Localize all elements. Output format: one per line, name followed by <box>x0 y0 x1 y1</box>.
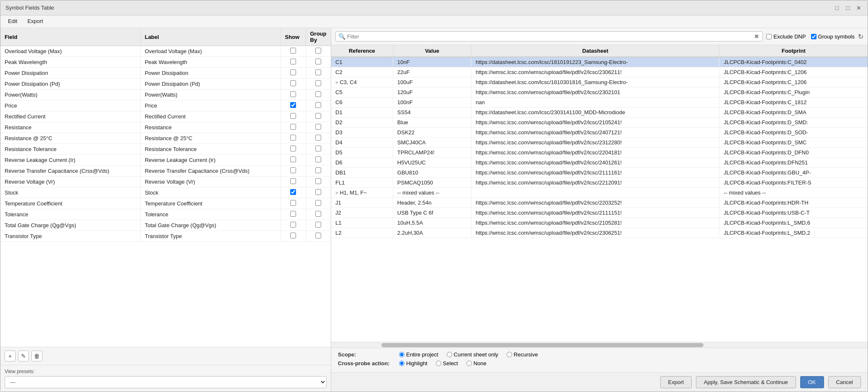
data-row[interactable]: L110uH,5.5Ahttps://wmsc.lcsc.com/wmsc/up… <box>331 218 868 228</box>
crossprobe-highlight[interactable]: Highlight <box>399 360 428 366</box>
data-row[interactable]: D6H5VU25UChttps://wmsc.lcsc.com/wmsc/upl… <box>331 158 868 168</box>
show-checkbox[interactable] <box>290 146 296 151</box>
menu-export[interactable]: Export <box>23 17 47 26</box>
show-checkbox[interactable] <box>290 69 296 75</box>
scope-current-sheet[interactable]: Current sheet only <box>447 351 498 358</box>
edit-field-button[interactable]: ✎ <box>18 351 29 361</box>
show-cell[interactable] <box>281 198 306 209</box>
exclude-dnp-wrap[interactable]: Exclude DNP <box>766 33 806 40</box>
show-checkbox[interactable] <box>290 211 296 217</box>
group-by-cell[interactable] <box>306 68 331 79</box>
show-checkbox[interactable] <box>290 222 296 228</box>
group-by-cell[interactable] <box>306 177 331 187</box>
data-row[interactable]: C222uFhttps://wmsc.lcsc.com/wmsc/upload/… <box>331 67 868 77</box>
show-checkbox[interactable] <box>290 91 296 97</box>
show-checkbox[interactable] <box>290 102 296 108</box>
show-cell[interactable] <box>281 100 306 111</box>
show-cell[interactable] <box>281 79 306 90</box>
group-expand-icon[interactable]: > <box>335 80 338 85</box>
group-by-checkbox[interactable] <box>315 59 321 64</box>
maximize-button[interactable]: □ <box>844 4 852 12</box>
show-checkbox[interactable] <box>290 189 296 195</box>
group-by-checkbox[interactable] <box>315 222 321 228</box>
show-checkbox[interactable] <box>290 156 296 162</box>
group-by-checkbox[interactable] <box>315 178 321 184</box>
group-by-cell[interactable] <box>306 198 331 209</box>
scope-current-sheet-radio[interactable] <box>447 352 452 357</box>
exclude-dnp-checkbox[interactable] <box>766 34 772 39</box>
group-by-checkbox[interactable] <box>315 91 321 97</box>
filter-clear-button[interactable]: ✖ <box>753 33 760 40</box>
group-by-cell[interactable] <box>306 187 331 198</box>
group-by-checkbox[interactable] <box>315 189 321 195</box>
group-by-cell[interactable] <box>306 90 331 100</box>
group-by-checkbox[interactable] <box>315 233 321 238</box>
group-by-cell[interactable] <box>306 46 331 57</box>
scope-entire-project-radio[interactable] <box>399 352 404 357</box>
show-checkbox[interactable] <box>290 167 296 173</box>
delete-field-button[interactable]: 🗑 <box>31 351 42 361</box>
show-cell[interactable] <box>281 90 306 100</box>
export-button[interactable]: Export <box>660 376 692 388</box>
crossprobe-select-radio[interactable] <box>436 361 441 366</box>
show-checkbox[interactable] <box>290 124 296 130</box>
group-by-cell[interactable] <box>306 220 331 231</box>
show-cell[interactable] <box>281 220 306 231</box>
show-checkbox[interactable] <box>290 80 296 86</box>
group-by-checkbox[interactable] <box>315 80 321 86</box>
scope-recursive[interactable]: Recursive <box>507 351 538 358</box>
presets-select[interactable]: --- <box>5 376 327 388</box>
group-by-checkbox[interactable] <box>315 167 321 173</box>
show-checkbox[interactable] <box>290 135 296 141</box>
show-cell[interactable] <box>281 209 306 220</box>
show-cell[interactable] <box>281 133 306 144</box>
group-by-checkbox[interactable] <box>315 200 321 206</box>
crossprobe-highlight-radio[interactable] <box>399 361 404 366</box>
group-by-cell[interactable] <box>306 100 331 111</box>
group-by-cell[interactable] <box>306 111 331 122</box>
group-by-cell[interactable] <box>306 122 331 133</box>
group-by-checkbox[interactable] <box>315 211 321 217</box>
horizontal-scrollbar[interactable] <box>331 342 868 348</box>
show-cell[interactable] <box>281 166 306 177</box>
show-cell[interactable] <box>281 68 306 79</box>
data-row[interactable]: D4SMCJ40CAhttps://wmsc.lcsc.com/wmsc/upl… <box>331 138 868 148</box>
scope-entire-project[interactable]: Entire project <box>399 351 438 358</box>
group-by-checkbox[interactable] <box>315 135 321 141</box>
data-row[interactable]: DB1GBU810https://wmsc.lcsc.com/wmsc/uplo… <box>331 168 868 178</box>
group-by-checkbox[interactable] <box>315 113 321 119</box>
close-button[interactable]: ✕ <box>855 4 863 12</box>
data-row[interactable]: J1Header, 2.54nhttps://wmsc.lcsc.com/wms… <box>331 198 868 208</box>
data-row[interactable]: J2USB Type C 6fhttps://wmsc.lcsc.com/wms… <box>331 208 868 218</box>
show-checkbox[interactable] <box>290 59 296 64</box>
data-row[interactable]: D1SS54https://datasheet.lcsc.com/lcsc/23… <box>331 108 868 118</box>
data-row[interactable]: > C3, C4100uFhttps://datasheet.lcsc.com/… <box>331 77 868 87</box>
data-row[interactable]: C5120uFhttps://wmsc.lcsc.com/wmsc/upload… <box>331 87 868 97</box>
crossprobe-select[interactable]: Select <box>436 360 458 366</box>
show-checkbox[interactable] <box>290 113 296 119</box>
group-by-cell[interactable] <box>306 209 331 220</box>
show-cell[interactable] <box>281 155 306 166</box>
group-by-checkbox[interactable] <box>315 156 321 162</box>
show-checkbox[interactable] <box>290 48 296 54</box>
show-checkbox[interactable] <box>290 178 296 184</box>
show-cell[interactable] <box>281 57 306 68</box>
group-expand-icon[interactable]: > <box>335 190 338 195</box>
group-by-cell[interactable] <box>306 231 331 242</box>
group-symbols-checkbox[interactable] <box>811 34 816 39</box>
group-by-cell[interactable] <box>306 79 331 90</box>
minimize-button[interactable]: □ <box>833 4 841 12</box>
data-row[interactable]: FL1PSMCAQ1050https://wmsc.lcsc.com/wmsc/… <box>331 178 868 188</box>
group-by-cell[interactable] <box>306 166 331 177</box>
apply-save-button[interactable]: Apply, Save Schematic & Continue <box>696 376 796 388</box>
show-cell[interactable] <box>281 177 306 187</box>
group-by-checkbox[interactable] <box>315 102 321 108</box>
show-cell[interactable] <box>281 111 306 122</box>
show-cell[interactable] <box>281 46 306 57</box>
add-field-button[interactable]: + <box>5 351 15 361</box>
group-by-checkbox[interactable] <box>315 124 321 130</box>
data-row[interactable]: > H1, M1, F~-- mixed values ---- mixed v… <box>331 188 868 198</box>
group-by-cell[interactable] <box>306 133 331 144</box>
show-cell[interactable] <box>281 122 306 133</box>
crossprobe-none-radio[interactable] <box>466 361 472 366</box>
